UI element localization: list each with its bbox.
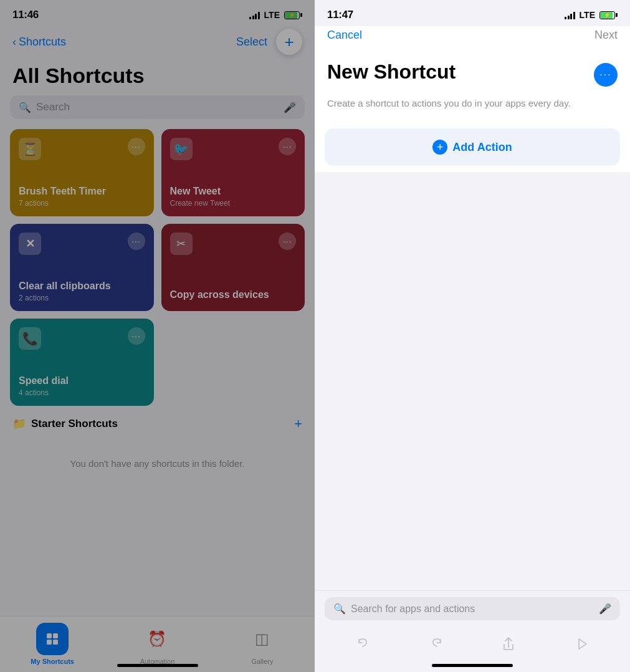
left-nav-right: Select + xyxy=(236,29,302,55)
tab-label-my-shortcuts: My Shortcuts xyxy=(31,658,74,665)
left-status-icons: LTE ⚡ xyxy=(249,10,302,20)
cancel-button[interactable]: Cancel xyxy=(327,29,362,42)
card-more-button[interactable]: ··· xyxy=(279,138,296,155)
lte-label: LTE xyxy=(264,10,280,20)
home-indicator xyxy=(117,664,198,667)
starter-title: Starter Shortcuts xyxy=(31,418,118,430)
left-nav: ‹ Shortcuts Select + xyxy=(0,26,315,61)
signal-bars-icon xyxy=(249,11,260,19)
shortcut-card-copy-across[interactable]: ✂ ··· Copy across devices xyxy=(161,224,305,311)
right-status-bar: 11:47 LTE ⚡ xyxy=(315,0,630,26)
right-panel: 11:47 LTE ⚡ Cancel Next New Short xyxy=(315,0,630,672)
right-status-icons: LTE ⚡ xyxy=(565,10,618,20)
svg-rect-0 xyxy=(47,633,52,638)
svg-rect-3 xyxy=(53,640,58,645)
card-subtitle: 4 actions xyxy=(19,388,145,397)
shortcut-card-speed-dial[interactable]: 📞 ··· Speed dial 4 actions xyxy=(10,319,154,406)
page-title: All Shortcuts xyxy=(0,61,315,95)
svg-rect-1 xyxy=(53,633,58,638)
card-more-button[interactable]: ··· xyxy=(128,233,145,250)
new-shortcut-header: New Shortcut ··· xyxy=(315,48,630,93)
shortcut-card-new-tweet[interactable]: 🐦 ··· New Tweet Create new Tweet xyxy=(161,129,305,216)
card-subtitle: 2 actions xyxy=(19,294,145,302)
tab-my-shortcuts[interactable]: My Shortcuts xyxy=(0,623,105,665)
add-action-button[interactable]: + Add Action xyxy=(325,128,620,166)
search-placeholder: Search xyxy=(36,101,70,113)
card-subtitle: Create new Tweet xyxy=(170,199,297,208)
card-subtitle: 7 actions xyxy=(19,199,145,208)
card-more-button[interactable]: ··· xyxy=(128,327,145,345)
card-icon-phone: 📞 xyxy=(19,327,41,350)
lte-label: LTE xyxy=(580,10,595,20)
folder-icon: 📁 xyxy=(12,417,26,431)
next-button[interactable]: Next xyxy=(594,29,618,42)
add-action-label: Add Action xyxy=(452,141,512,154)
shortcut-description: Create a shortcut to actions you do in y… xyxy=(315,93,630,122)
battery-icon: ⚡ xyxy=(599,11,618,19)
tab-label-gallery: Gallery xyxy=(251,658,273,665)
card-name: Copy across devices xyxy=(170,289,297,300)
right-time: 11:47 xyxy=(327,9,353,21)
redo-button[interactable] xyxy=(422,630,450,658)
my-shortcuts-icon xyxy=(36,623,69,655)
more-options-button[interactable]: ··· xyxy=(594,63,618,87)
tab-automation[interactable]: ⏰ Automation xyxy=(105,623,209,665)
svg-rect-2 xyxy=(47,640,52,645)
bottom-toolbar xyxy=(315,624,630,661)
left-status-bar: 11:46 LTE ⚡ xyxy=(0,0,315,26)
search-bar[interactable]: 🔍 Search 🎤 xyxy=(10,95,305,119)
home-indicator xyxy=(432,664,513,667)
gallery-icon: ◫ xyxy=(246,623,279,655)
play-button[interactable] xyxy=(568,630,595,658)
card-icon-twitter: 🐦 xyxy=(170,138,193,160)
search-icon: 🔍 xyxy=(333,603,346,615)
starter-section: 📁 Starter Shortcuts + xyxy=(0,406,315,439)
signal-bars-icon xyxy=(565,11,575,19)
select-button[interactable]: Select xyxy=(236,36,267,49)
right-content: New Shortcut ··· Create a shortcut to ac… xyxy=(315,48,630,590)
new-shortcut-title: New Shortcut xyxy=(327,60,456,84)
card-name: Brush Teeth Timer xyxy=(19,186,145,197)
search-icon: 🔍 xyxy=(19,102,31,113)
automation-icon: ⏰ xyxy=(141,623,173,655)
undo-button[interactable] xyxy=(350,630,377,658)
card-name: Speed dial xyxy=(19,375,145,386)
card-icon-x: ✕ xyxy=(19,233,41,255)
shortcut-card-brush-teeth[interactable]: ⏳ ··· Brush Teeth Timer 7 actions xyxy=(10,129,154,216)
svg-marker-4 xyxy=(579,639,586,649)
card-more-button[interactable]: ··· xyxy=(279,233,296,250)
chevron-left-icon: ‹ xyxy=(12,36,16,49)
starter-empty-text: You don't have any shortcuts in this fol… xyxy=(0,439,315,487)
starter-add-button[interactable]: + xyxy=(294,416,302,432)
action-search-placeholder: Search for apps and actions xyxy=(351,603,594,615)
shortcuts-grid: ⏳ ··· Brush Teeth Timer 7 actions 🐦 ··· … xyxy=(0,129,315,406)
mic-icon: 🎤 xyxy=(284,102,296,113)
right-nav: Cancel Next xyxy=(315,26,630,48)
tab-bar: My Shortcuts ⏰ Automation ◫ Gallery xyxy=(0,616,315,672)
starter-left: 📁 Starter Shortcuts xyxy=(12,417,118,431)
back-button[interactable]: ‹ Shortcuts xyxy=(12,36,66,49)
card-name: New Tweet xyxy=(170,186,297,197)
bottom-search-area: 🔍 Search for apps and actions 🎤 xyxy=(315,590,630,624)
shortcut-card-clear-clipboards[interactable]: ✕ ··· Clear all clipboards 2 actions xyxy=(10,224,154,311)
card-icon-scissors: ✂ xyxy=(170,233,193,255)
add-action-plus-icon: + xyxy=(432,140,447,155)
card-icon-hourglass: ⏳ xyxy=(19,138,41,160)
back-label: Shortcuts xyxy=(19,36,66,49)
action-search-bar[interactable]: 🔍 Search for apps and actions 🎤 xyxy=(325,597,620,620)
card-more-button[interactable]: ··· xyxy=(128,138,145,155)
card-name: Clear all clipboards xyxy=(19,281,145,292)
left-time: 11:46 xyxy=(12,9,39,21)
battery-icon: ⚡ xyxy=(284,11,302,19)
share-button[interactable] xyxy=(495,630,522,658)
add-shortcut-button[interactable]: + xyxy=(276,29,302,55)
left-panel: 11:46 LTE ⚡ ‹ Shortcuts Selec xyxy=(0,0,315,672)
mic-icon: 🎤 xyxy=(599,603,611,615)
tab-gallery[interactable]: ◫ Gallery xyxy=(210,623,315,665)
main-background xyxy=(315,172,630,590)
